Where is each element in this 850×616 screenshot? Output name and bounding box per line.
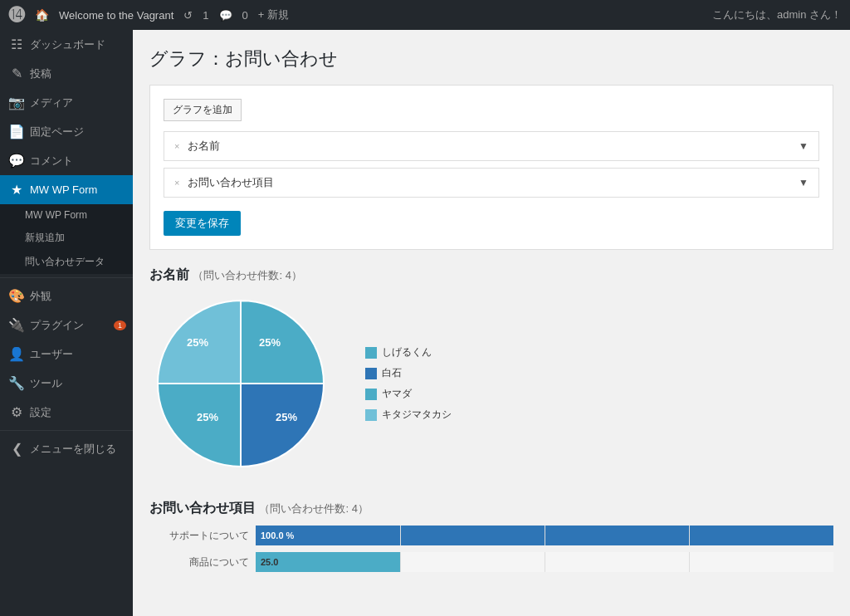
save-button[interactable]: 変更を保存	[164, 211, 241, 236]
grid-line-75	[689, 526, 690, 545]
sidebar-item-dashboard-label: ダッシュボード	[30, 37, 105, 52]
comment-icon[interactable]: 💬	[219, 9, 232, 22]
settings-panel: グラフを追加 × お名前 ▼ × お問い合わせ項目 ▼ 変更を保存	[149, 85, 833, 250]
content-area: グラフ：お問い合わせ グラフを追加 × お名前 ▼ × お問い合わせ項目 ▼ 変…	[133, 30, 850, 616]
site-name: Welcome to the Vagrant	[59, 9, 173, 22]
bar-fill-2: 25.0	[256, 552, 400, 572]
field-row-name[interactable]: × お名前 ▼	[164, 131, 819, 161]
sidebar-sub-mwwpform-item1[interactable]: MW WP Form	[0, 204, 133, 226]
pie-svg: 25% 25% 25% 25%	[149, 292, 332, 475]
new-post-button[interactable]: + 新規	[258, 7, 289, 22]
legend-item-3: ヤマダ	[365, 387, 452, 401]
add-graph-button[interactable]: グラフを追加	[164, 99, 242, 121]
legend-color-2	[365, 368, 377, 379]
plugins-badge: 1	[114, 320, 126, 330]
sidebar-item-settings[interactable]: ⚙ 設定	[0, 398, 133, 427]
sidebar-item-close-menu[interactable]: ❮ メニューを閉じる	[0, 434, 133, 463]
field2-x: ×	[174, 178, 179, 188]
legend-color-3	[365, 389, 377, 400]
grid-line-50	[545, 526, 545, 545]
field2-label: お問い合わせ項目	[188, 176, 274, 188]
sidebar-item-posts-label: 投稿	[30, 66, 51, 81]
sidebar-item-posts[interactable]: ✎ 投稿	[0, 59, 133, 88]
sidebar-item-plugins[interactable]: 🔌 プラグイン 1	[0, 310, 133, 340]
mwwpform-icon: ★	[8, 182, 25, 198]
sidebar-sub-label1: MW WP Form	[25, 209, 87, 221]
sidebar-item-dashboard[interactable]: ☷ ダッシュボード	[0, 30, 133, 59]
media-icon: 📷	[8, 95, 25, 110]
bar-row-1: サポートについて 100.0 %	[149, 526, 833, 545]
sidebar-item-tools-label: ツール	[30, 376, 62, 391]
bar-track-2: 25.0	[256, 552, 833, 572]
pie-legend: しげるくん 白石 ヤマダ キタジマタカシ	[365, 345, 452, 422]
sidebar-item-comments[interactable]: 💬 コメント	[0, 146, 133, 175]
svg-text:25%: 25%	[187, 336, 208, 349]
grid-line-75-2	[689, 552, 690, 572]
tools-icon: 🔧	[8, 375, 25, 391]
dashboard-icon: ☷	[8, 37, 25, 52]
sidebar-item-tools[interactable]: 🔧 ツール	[0, 369, 133, 398]
field-row-inquiry[interactable]: × お問い合わせ項目 ▼	[164, 168, 819, 198]
sidebar-item-media-label: メディア	[30, 95, 73, 110]
close-menu-icon: ❮	[8, 441, 25, 457]
sidebar-item-media[interactable]: 📷 メディア	[0, 88, 133, 117]
pie-area: 25% 25% 25% 25% しげるくん 白石	[149, 292, 833, 475]
bar-sub-info: （問い合わせ件数: 4）	[259, 502, 368, 515]
grid-line-50-2	[545, 552, 545, 572]
legend-label-2: 白石	[382, 366, 402, 380]
bar-label-1: サポートについて	[149, 529, 249, 543]
sidebar-sub-label2: 新規追加	[25, 231, 65, 245]
pages-icon: 📄	[8, 124, 25, 139]
sidebar-item-users-label: ユーザー	[30, 347, 73, 362]
pie-heading-text: お名前	[149, 267, 189, 281]
sidebar-sub-mwwpform-item2[interactable]: 新規追加	[0, 226, 133, 250]
bar-section-heading: お問い合わせ項目 （問い合わせ件数: 4）	[149, 500, 833, 517]
field1-chevron-icon: ▼	[799, 140, 808, 152]
comment-count: 0	[242, 9, 248, 22]
legend-color-1	[365, 347, 377, 359]
sidebar-item-mwwpform-label: MW WP Form	[30, 183, 97, 196]
wp-logo: ⓮	[8, 6, 25, 25]
sidebar-divider2	[0, 430, 133, 431]
sidebar-item-appearance[interactable]: 🎨 外観	[0, 281, 133, 310]
sidebar-item-mwwpform[interactable]: ★ MW WP Form	[0, 175, 133, 204]
main-layout: ☷ ダッシュボード ✎ 投稿 📷 メディア 📄 固定ページ 💬 コメント ★ M…	[0, 30, 850, 616]
legend-item-2: 白石	[365, 366, 452, 380]
sidebar-sub-label3: 問い合わせデータ	[25, 255, 105, 269]
sidebar-item-comments-label: コメント	[30, 154, 73, 169]
sidebar-divider1	[0, 277, 133, 278]
legend-label-4: キタジマタカシ	[382, 408, 452, 422]
legend-label-3: ヤマダ	[382, 387, 412, 401]
sidebar-item-users[interactable]: 👤 ユーザー	[0, 340, 133, 369]
bar-heading-text: お問い合わせ項目	[149, 501, 256, 515]
topbar: ⓮ 🏠 Welcome to the Vagrant ↺ 1 💬 0 + 新規 …	[0, 0, 850, 30]
refresh-icon[interactable]: ↺	[183, 9, 193, 22]
users-icon: 👤	[8, 346, 25, 362]
field2-chevron-icon: ▼	[799, 177, 808, 188]
grid-line-25	[400, 526, 401, 545]
svg-text:25%: 25%	[259, 336, 281, 349]
sidebar-item-plugins-label: プラグイン	[30, 318, 84, 333]
pie-section-heading: お名前 （問い合わせ件数: 4）	[149, 266, 833, 284]
sidebar-sub-mwwpform-item3[interactable]: 問い合わせデータ	[0, 250, 133, 274]
pie-chart: 25% 25% 25% 25%	[149, 292, 332, 475]
refresh-count: 1	[203, 9, 208, 22]
page-title: グラフ：お問い合わせ	[149, 46, 833, 71]
settings-icon: ⚙	[8, 404, 25, 420]
svg-text:25%: 25%	[276, 411, 297, 423]
pie-sub-info: （問い合わせ件数: 4）	[193, 269, 301, 281]
legend-item-1: しげるくん	[365, 345, 452, 359]
sidebar-item-settings-label: 設定	[30, 405, 51, 420]
sidebar-item-close-menu-label: メニューを閉じる	[30, 442, 116, 457]
field1-x: ×	[174, 141, 179, 151]
bar-section: お問い合わせ項目 （問い合わせ件数: 4） サポートについて 100.0 % 商…	[149, 500, 833, 572]
svg-text:25%: 25%	[197, 411, 218, 423]
home-icon[interactable]: 🏠	[35, 8, 49, 22]
sidebar-item-pages[interactable]: 📄 固定ページ	[0, 117, 133, 146]
sidebar-item-pages-label: 固定ページ	[30, 125, 84, 139]
bar-row-2: 商品について 25.0	[149, 552, 833, 572]
plugins-icon: 🔌	[8, 317, 25, 333]
posts-icon: ✎	[8, 66, 25, 81]
bar-track-1: 100.0 %	[256, 526, 833, 545]
pie-section: お名前 （問い合わせ件数: 4） 25%	[149, 266, 833, 475]
